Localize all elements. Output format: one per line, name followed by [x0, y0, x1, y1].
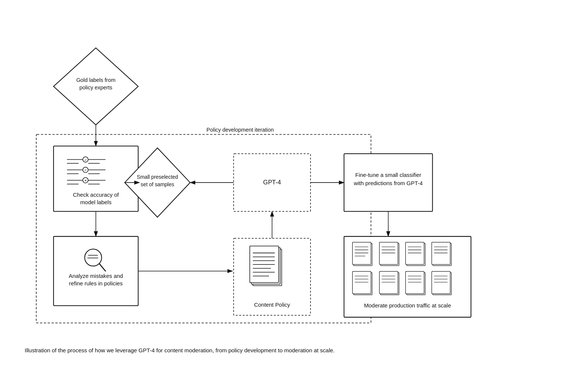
small-preselected-text2: set of samples [141, 181, 174, 187]
analyze-mistakes-box [53, 236, 138, 306]
mod-doc4-front [432, 242, 450, 265]
fine-tune-label2: with predictions from GPT-4 [353, 180, 423, 186]
mod-doc5-front [352, 272, 371, 294]
mod-doc8-front [432, 272, 450, 294]
mod-doc2-front [379, 242, 398, 265]
mod-doc-front [352, 242, 371, 265]
check-accuracy-label2: model labels [80, 199, 111, 205]
content-policy-label: Content Policy [254, 302, 290, 308]
mod-doc6-front [379, 272, 398, 294]
small-preselected-text1: Small preselected [137, 174, 178, 180]
check-accuracy-label1: Check accuracy of [73, 192, 119, 198]
analyze-label2: refine rules in policies [69, 280, 123, 286]
moderate-label1: Moderate production traffic at scale [364, 303, 451, 309]
check-mark2: ✓ [84, 168, 87, 172]
x-mark: ✕ [84, 179, 87, 183]
check-mark: ✓ [84, 158, 87, 162]
mod-doc7-front [405, 272, 424, 294]
caption: Illustration of the process of how we le… [25, 346, 563, 355]
gold-labels-text2: policy experts [79, 85, 112, 91]
diagram-container: Gold labels from policy experts Policy d… [25, 19, 563, 355]
gpt4-label: GPT-4 [263, 179, 281, 186]
gold-labels-text: Gold labels from [76, 77, 116, 83]
analyze-label1: Analyze mistakes and [69, 273, 123, 279]
mod-doc3-front [405, 242, 424, 265]
fine-tune-label1: Fine-tune a small classifier [355, 172, 421, 178]
flowchart-svg: Gold labels from policy experts Policy d… [25, 19, 563, 334]
iteration-label: Policy development iteration [206, 127, 274, 133]
